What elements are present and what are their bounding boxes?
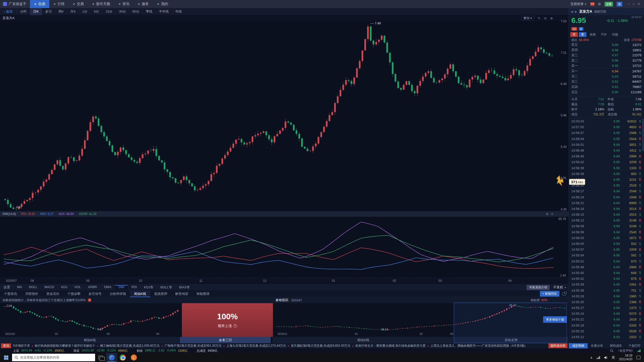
period-tab[interactable]: 5分 xyxy=(91,8,102,15)
index-cyb[interactable]: 创业2896.11-2.62-0.09%1586亿 xyxy=(137,349,188,353)
function-tab[interactable]: 分析师评级 xyxy=(106,291,130,297)
indicator-tab[interactable]: RSI xyxy=(128,285,140,290)
trade-login-button[interactable]: 交易登录▼ xyxy=(571,2,587,6)
period-tab[interactable]: 1分 xyxy=(79,8,91,15)
period-tab[interactable]: 15分 xyxy=(102,8,115,15)
indicator-tab[interactable]: DMI xyxy=(115,285,128,290)
tray-expand-icon[interactable]: ∧ xyxy=(590,356,593,359)
indicator-tab[interactable]: BOLL专 xyxy=(157,285,176,290)
function-tab[interactable]: 智能图谱 xyxy=(192,291,214,297)
menu-item[interactable]: ★ 资讯 xyxy=(114,0,134,8)
quote-tab[interactable]: 卖 xyxy=(579,32,586,37)
function-tab[interactable]: 关联报价 xyxy=(21,291,42,297)
taskbar-search[interactable]: 在这里输入你要搜索的内容 xyxy=(12,354,95,361)
dmi-settings-icon[interactable]: ⊙ xyxy=(551,212,553,216)
news-item[interactable]: ●上海九百现1笔大宗交易 共成交2,273.44万元 xyxy=(221,344,286,348)
indicator-tab[interactable]: MACD xyxy=(41,285,58,290)
network-icon[interactable] xyxy=(597,356,600,359)
menu-item[interactable]: ★ 服务 xyxy=(134,0,153,8)
overlay-button[interactable]: 叠加 ▾ xyxy=(521,16,534,21)
maximize-button[interactable]: □ xyxy=(633,2,634,6)
quote-bottom-tab[interactable]: 价量分布 xyxy=(588,343,607,348)
bid-row[interactable]: 买四6.9176867 xyxy=(569,84,644,89)
indicator-tab[interactable]: KDJ xyxy=(58,285,71,290)
ask-row[interactable]: 卖一6.9510722 xyxy=(569,63,644,68)
draw-line-icon[interactable]: ✎ xyxy=(538,16,540,20)
quote-tab[interactable]: 自选 xyxy=(587,32,598,37)
quote-tab[interactable]: 问股 xyxy=(610,32,620,37)
zoom-out-icon[interactable]: ⊖ xyxy=(544,16,547,20)
help-icon[interactable]: ? xyxy=(88,298,91,302)
matched-kline-mini-chart[interactable] xyxy=(274,303,567,332)
gf-app-icon[interactable]: 广 xyxy=(106,353,117,362)
quote-bottom-tab[interactable]: 成交明细 xyxy=(569,343,588,348)
notification-center-icon[interactable] xyxy=(636,356,640,359)
news-item[interactable]: ●精工钢构现1笔大宗交易 共成交1,505.60万元 xyxy=(95,344,159,348)
menu-item[interactable]: ★ 股市天眼 xyxy=(88,0,114,8)
period-tab[interactable]: 周K xyxy=(55,8,67,15)
quote-tab[interactable]: 买 xyxy=(570,32,578,37)
search-icon[interactable] xyxy=(610,349,614,352)
period-tab[interactable]: 年线 xyxy=(172,8,185,15)
red-envelope-icon[interactable] xyxy=(590,2,594,6)
indicator-tab[interactable]: BIAS专 xyxy=(176,285,193,290)
more-similar-stocks-button[interactable]: 更多相似个股 xyxy=(543,316,567,323)
main-kline-chart[interactable]: 7.537.016.485.965.434.914.38 7.49 4.42 xyxy=(0,21,569,211)
indicator-tab[interactable]: VOL xyxy=(71,285,85,290)
indicator-tab[interactable]: KDJ专 xyxy=(140,285,157,290)
period-tab[interactable]: 月K xyxy=(67,8,79,15)
function-tab[interactable]: 个股资讯 xyxy=(0,291,21,297)
zoom-in-icon[interactable]: ⊕ xyxy=(550,16,553,20)
news-item[interactable]: ●上周北上资金流入、两融余额双升——广发流动性跟踪周报（4月第3期） xyxy=(426,344,528,348)
stock-club-button[interactable]: 股民俱乐部 xyxy=(548,343,568,348)
bid-row[interactable]: 买五6.90121289 xyxy=(569,89,644,95)
quote-bottom-tab[interactable]: 筹码成本 xyxy=(607,343,625,348)
chrome-app-icon[interactable] xyxy=(117,353,128,362)
next-stock-arrow[interactable]: ▶ xyxy=(575,10,577,13)
speaker-icon[interactable] xyxy=(604,356,608,359)
bid-row[interactable]: 买三6.9284407 xyxy=(569,79,644,84)
period-tab[interactable]: 季线 xyxy=(143,8,156,15)
report-compare-button[interactable]: + 财报对比 xyxy=(540,291,559,297)
trade-detail-list[interactable]: 15:00:036.9582832S 14:57:006.954650B 14:… xyxy=(569,118,642,341)
function-tab[interactable]: 个股诊断 xyxy=(63,291,85,297)
function-tab[interactable]: 多空信号 xyxy=(85,291,106,297)
ask-row[interactable]: 卖四6.9818901 xyxy=(569,48,644,53)
quote-bottom-tab[interactable]: 个股叮咛 xyxy=(625,343,644,348)
function-tab[interactable]: 股票质押 xyxy=(150,291,171,297)
popout-icon[interactable] xyxy=(562,292,566,295)
ask-row[interactable]: 卖二6.9631779 xyxy=(569,58,644,63)
bid-row[interactable]: 买二6.9359711 xyxy=(569,74,644,79)
period-tab[interactable]: 半年线 xyxy=(156,8,172,15)
indicator-tab[interactable]: MA xyxy=(14,285,26,290)
indicator-tab[interactable]: BOLL xyxy=(26,285,41,290)
news-item[interactable]: ●银行机构舆情影响力哪家强？国开行无缘前十 xyxy=(30,344,95,348)
news-item[interactable]: ●东方盛虹现4笔大宗交易 共成交8,652.00万元 xyxy=(286,344,350,348)
input-language-indicator[interactable]: 英 xyxy=(612,355,615,360)
index-sh[interactable]: 上证3472.94-4.61-0.13%3590亿 xyxy=(13,349,64,353)
quote-tab[interactable]: F10 xyxy=(599,32,609,36)
close-button[interactable]: ✕ xyxy=(637,2,640,6)
bid-row[interactable]: 买一6.9424767 xyxy=(569,69,644,74)
start-button[interactable] xyxy=(0,353,12,362)
prev-stock-arrow[interactable]: ◀ xyxy=(571,10,573,13)
news-item[interactable]: ●广电电子现1笔大宗交易 共成交951.30万元 xyxy=(159,344,221,348)
trade-list-scrollbar[interactable] xyxy=(642,119,644,341)
matched-stock-name[interactable]: 泰格医药 xyxy=(275,298,289,302)
period-tab[interactable]: 日K xyxy=(30,8,42,15)
period-tab[interactable]: 多日 xyxy=(42,8,55,15)
minimize-button[interactable]: ─ xyxy=(627,2,630,6)
indicator-tab[interactable]: 设置 xyxy=(0,285,14,290)
task-view-button[interactable] xyxy=(95,353,106,362)
index-sz[interactable]: 深证14101.90-15.90-0.11%4866亿 xyxy=(73,349,128,353)
back-button[interactable]: ‹ 返回 xyxy=(0,9,17,14)
period-tab[interactable]: 30分 xyxy=(116,8,129,15)
dmi-close-icon[interactable]: ⊗ xyxy=(546,212,548,216)
period-tab[interactable]: 60分 xyxy=(129,8,142,15)
function-tab[interactable]: 解禁地雷 xyxy=(171,291,192,297)
period-tab[interactable]: 分时 xyxy=(17,8,30,15)
indicator-tab[interactable]: ARBR xyxy=(85,285,101,290)
disclaimer-link[interactable]: 《免责声明》 xyxy=(617,349,635,353)
ask-row[interactable]: 卖五6.9913272 xyxy=(569,42,644,48)
gear-icon[interactable]: ⚙ xyxy=(598,2,601,6)
